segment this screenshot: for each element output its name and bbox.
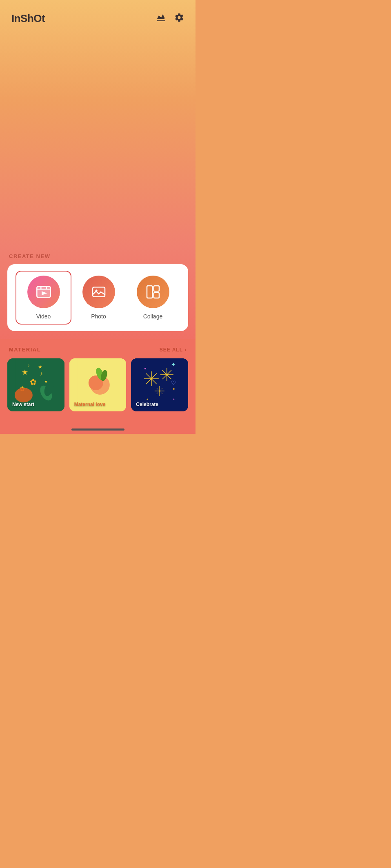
svg-point-56 xyxy=(144,368,146,369)
svg-text:✦: ✦ xyxy=(171,361,176,368)
svg-rect-0 xyxy=(37,287,50,298)
material-card-celebrate[interactable]: ✦ ♡ Celebrate xyxy=(131,358,188,411)
home-bar xyxy=(71,428,124,431)
create-new-label: CREATE NEW xyxy=(7,247,188,264)
video-label: Video xyxy=(36,313,51,320)
app-container: InShOt CREATE NEW xyxy=(0,0,196,434)
card-new-start-label: New start xyxy=(12,402,34,407)
svg-point-57 xyxy=(173,388,175,390)
crown-icon[interactable] xyxy=(156,13,166,25)
svg-rect-5 xyxy=(93,287,105,296)
svg-point-59 xyxy=(173,399,175,400)
svg-text:♪: ♪ xyxy=(40,370,43,377)
home-indicator xyxy=(0,424,196,434)
material-label: MATERIAL xyxy=(9,347,41,353)
create-item-video[interactable]: Video xyxy=(16,271,71,325)
top-area: InShOt xyxy=(0,0,196,247)
header: InShOt xyxy=(11,12,184,25)
card-celebrate-label: Celebrate xyxy=(136,402,158,407)
material-header: MATERIAL SEE ALL › xyxy=(7,339,188,358)
svg-rect-7 xyxy=(147,286,152,298)
material-section: MATERIAL SEE ALL › ★ ★ ★ ♪ xyxy=(0,339,196,424)
photo-label: Photo xyxy=(91,313,106,320)
svg-text:♡: ♡ xyxy=(171,380,176,386)
create-new-section: CREATE NEW Video xyxy=(0,247,196,339)
collage-label: Collage xyxy=(143,313,162,320)
chevron-right-icon: › xyxy=(184,347,187,353)
material-card-maternal-love[interactable]: Maternal love xyxy=(69,358,127,411)
app-logo: InShOt xyxy=(11,12,45,25)
svg-rect-8 xyxy=(153,286,159,291)
photo-icon-circle xyxy=(82,276,115,308)
video-icon-circle xyxy=(27,276,60,308)
svg-text:★: ★ xyxy=(22,368,28,376)
svg-rect-9 xyxy=(153,293,159,298)
create-item-photo[interactable]: Photo xyxy=(71,272,126,324)
svg-point-18 xyxy=(15,388,33,402)
create-item-collage[interactable]: Collage xyxy=(126,272,180,324)
create-card: Video Photo xyxy=(7,264,188,331)
collage-icon-circle xyxy=(137,276,169,308)
material-card-new-start[interactable]: ★ ★ ★ ♪ ♪ ✿ ✿ Ne xyxy=(7,358,64,411)
card-maternal-label: Maternal love xyxy=(74,402,106,407)
svg-text:★: ★ xyxy=(38,364,42,370)
svg-text:✿: ✿ xyxy=(30,378,37,387)
svg-text:★: ★ xyxy=(44,379,48,384)
settings-icon[interactable] xyxy=(174,13,184,25)
svg-text:♪: ♪ xyxy=(28,363,30,367)
svg-point-58 xyxy=(147,399,148,400)
see-all-button[interactable]: SEE ALL › xyxy=(160,347,187,353)
header-icons xyxy=(156,13,184,25)
material-cards: ★ ★ ★ ♪ ♪ ✿ ✿ Ne xyxy=(7,358,188,411)
